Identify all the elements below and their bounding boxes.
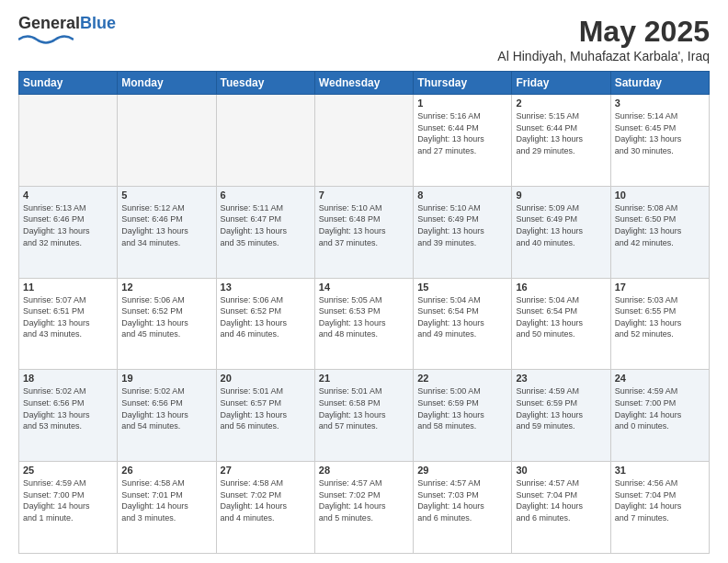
day-number: 16 (516, 282, 606, 293)
day-number: 26 (121, 465, 211, 476)
day-info: Sunrise: 4:56 AM Sunset: 7:04 PM Dayligh… (615, 477, 705, 523)
day-header-row: SundayMondayTuesdayWednesdayThursdayFrid… (19, 72, 710, 95)
day-header-wednesday: Wednesday (314, 72, 413, 95)
day-info: Sunrise: 5:09 AM Sunset: 6:49 PM Dayligh… (516, 202, 606, 248)
calendar-cell (118, 95, 216, 187)
calendar-cell: 19Sunrise: 5:02 AM Sunset: 6:56 PM Dayli… (118, 370, 216, 462)
day-header-tuesday: Tuesday (216, 72, 314, 95)
day-info: Sunrise: 4:57 AM Sunset: 7:03 PM Dayligh… (417, 477, 507, 523)
day-header-monday: Monday (118, 72, 216, 95)
day-header-saturday: Saturday (610, 72, 709, 95)
day-info: Sunrise: 5:05 AM Sunset: 6:53 PM Dayligh… (319, 294, 409, 340)
day-header-sunday: Sunday (19, 72, 118, 95)
day-info: Sunrise: 5:08 AM Sunset: 6:50 PM Dayligh… (615, 202, 705, 248)
day-info: Sunrise: 5:15 AM Sunset: 6:44 PM Dayligh… (516, 110, 606, 156)
day-info: Sunrise: 4:59 AM Sunset: 6:59 PM Dayligh… (516, 385, 606, 431)
day-number: 15 (417, 282, 507, 293)
calendar-cell: 27Sunrise: 4:58 AM Sunset: 7:02 PM Dayli… (216, 462, 314, 554)
day-header-thursday: Thursday (414, 72, 512, 95)
day-number: 27 (221, 465, 311, 476)
day-number: 11 (23, 282, 113, 293)
calendar-cell: 29Sunrise: 4:57 AM Sunset: 7:03 PM Dayli… (414, 462, 512, 554)
calendar-cell: 18Sunrise: 5:02 AM Sunset: 6:56 PM Dayli… (19, 370, 118, 462)
week-row-5: 25Sunrise: 4:59 AM Sunset: 7:00 PM Dayli… (19, 462, 710, 554)
day-number: 28 (319, 465, 409, 476)
calendar-cell: 12Sunrise: 5:06 AM Sunset: 6:52 PM Dayli… (118, 278, 216, 370)
day-number: 21 (319, 373, 409, 384)
page: GeneralBlue May 2025 Al Hindiyah, Muhafa… (0, 0, 728, 563)
day-number: 20 (221, 373, 311, 384)
calendar-cell: 23Sunrise: 4:59 AM Sunset: 6:59 PM Dayli… (512, 370, 610, 462)
day-number: 25 (23, 465, 113, 476)
calendar-cell: 25Sunrise: 4:59 AM Sunset: 7:00 PM Dayli… (19, 462, 118, 554)
calendar-table: SundayMondayTuesdayWednesdayThursdayFrid… (18, 71, 710, 554)
calendar-cell (19, 95, 118, 187)
day-info: Sunrise: 5:16 AM Sunset: 6:44 PM Dayligh… (417, 110, 507, 156)
day-number: 22 (417, 373, 507, 384)
location-title: Al Hindiyah, Muhafazat Karbala', Iraq (497, 49, 710, 63)
day-number: 8 (417, 190, 507, 201)
day-number: 1 (417, 98, 507, 109)
day-info: Sunrise: 5:01 AM Sunset: 6:57 PM Dayligh… (221, 385, 311, 431)
day-info: Sunrise: 5:02 AM Sunset: 6:56 PM Dayligh… (23, 385, 113, 431)
calendar-cell: 15Sunrise: 5:04 AM Sunset: 6:54 PM Dayli… (414, 278, 512, 370)
logo-blue: Blue (80, 14, 116, 32)
day-number: 31 (615, 465, 705, 476)
day-info: Sunrise: 5:01 AM Sunset: 6:58 PM Dayligh… (319, 385, 409, 431)
calendar-cell: 6Sunrise: 5:11 AM Sunset: 6:47 PM Daylig… (216, 186, 314, 278)
week-row-2: 4Sunrise: 5:13 AM Sunset: 6:46 PM Daylig… (19, 186, 710, 278)
header: GeneralBlue May 2025 Al Hindiyah, Muhafa… (18, 15, 710, 63)
day-number: 7 (319, 190, 409, 201)
week-row-1: 1Sunrise: 5:16 AM Sunset: 6:44 PM Daylig… (19, 95, 710, 187)
day-number: 23 (516, 373, 606, 384)
logo-text: GeneralBlue (18, 15, 116, 33)
title-block: May 2025 Al Hindiyah, Muhafazat Karbala'… (497, 15, 710, 63)
day-number: 2 (516, 98, 606, 109)
month-title: May 2025 (497, 15, 710, 49)
day-info: Sunrise: 5:00 AM Sunset: 6:59 PM Dayligh… (417, 385, 507, 431)
day-info: Sunrise: 4:59 AM Sunset: 7:00 PM Dayligh… (23, 477, 113, 523)
week-row-4: 18Sunrise: 5:02 AM Sunset: 6:56 PM Dayli… (19, 370, 710, 462)
day-number: 29 (417, 465, 507, 476)
day-info: Sunrise: 5:13 AM Sunset: 6:46 PM Dayligh… (23, 202, 113, 248)
day-info: Sunrise: 5:11 AM Sunset: 6:47 PM Dayligh… (221, 202, 311, 248)
calendar-cell: 4Sunrise: 5:13 AM Sunset: 6:46 PM Daylig… (19, 186, 118, 278)
calendar-cell: 1Sunrise: 5:16 AM Sunset: 6:44 PM Daylig… (414, 95, 512, 187)
calendar-cell: 14Sunrise: 5:05 AM Sunset: 6:53 PM Dayli… (314, 278, 413, 370)
day-info: Sunrise: 4:57 AM Sunset: 7:02 PM Dayligh… (319, 477, 409, 523)
day-number: 13 (221, 282, 311, 293)
calendar-cell: 2Sunrise: 5:15 AM Sunset: 6:44 PM Daylig… (512, 95, 610, 187)
calendar-cell: 5Sunrise: 5:12 AM Sunset: 6:46 PM Daylig… (118, 186, 216, 278)
day-info: Sunrise: 5:03 AM Sunset: 6:55 PM Dayligh… (615, 294, 705, 340)
day-number: 18 (23, 373, 113, 384)
day-info: Sunrise: 5:12 AM Sunset: 6:46 PM Dayligh… (121, 202, 211, 248)
day-info: Sunrise: 5:07 AM Sunset: 6:51 PM Dayligh… (23, 294, 113, 340)
week-row-3: 11Sunrise: 5:07 AM Sunset: 6:51 PM Dayli… (19, 278, 710, 370)
day-info: Sunrise: 5:10 AM Sunset: 6:48 PM Dayligh… (319, 202, 409, 248)
logo: GeneralBlue (18, 15, 116, 50)
day-number: 4 (23, 190, 113, 201)
calendar-cell: 3Sunrise: 5:14 AM Sunset: 6:45 PM Daylig… (610, 95, 709, 187)
calendar-cell: 26Sunrise: 4:58 AM Sunset: 7:01 PM Dayli… (118, 462, 216, 554)
day-number: 6 (221, 190, 311, 201)
day-number: 3 (615, 98, 705, 109)
day-info: Sunrise: 4:59 AM Sunset: 7:00 PM Dayligh… (615, 385, 705, 431)
calendar-cell: 9Sunrise: 5:09 AM Sunset: 6:49 PM Daylig… (512, 186, 610, 278)
calendar-cell: 24Sunrise: 4:59 AM Sunset: 7:00 PM Dayli… (610, 370, 709, 462)
day-number: 24 (615, 373, 705, 384)
calendar-cell: 13Sunrise: 5:06 AM Sunset: 6:52 PM Dayli… (216, 278, 314, 370)
day-info: Sunrise: 5:10 AM Sunset: 6:49 PM Dayligh… (417, 202, 507, 248)
calendar-cell: 21Sunrise: 5:01 AM Sunset: 6:58 PM Dayli… (314, 370, 413, 462)
calendar-cell: 31Sunrise: 4:56 AM Sunset: 7:04 PM Dayli… (610, 462, 709, 554)
day-info: Sunrise: 5:02 AM Sunset: 6:56 PM Dayligh… (121, 385, 211, 431)
calendar-cell (314, 95, 413, 187)
day-number: 17 (615, 282, 705, 293)
calendar-cell: 30Sunrise: 4:57 AM Sunset: 7:04 PM Dayli… (512, 462, 610, 554)
day-info: Sunrise: 5:04 AM Sunset: 6:54 PM Dayligh… (417, 294, 507, 340)
day-header-friday: Friday (512, 72, 610, 95)
day-number: 5 (121, 190, 211, 201)
logo-wave-icon (18, 33, 74, 46)
calendar-cell (216, 95, 314, 187)
day-number: 30 (516, 465, 606, 476)
calendar-cell: 28Sunrise: 4:57 AM Sunset: 7:02 PM Dayli… (314, 462, 413, 554)
